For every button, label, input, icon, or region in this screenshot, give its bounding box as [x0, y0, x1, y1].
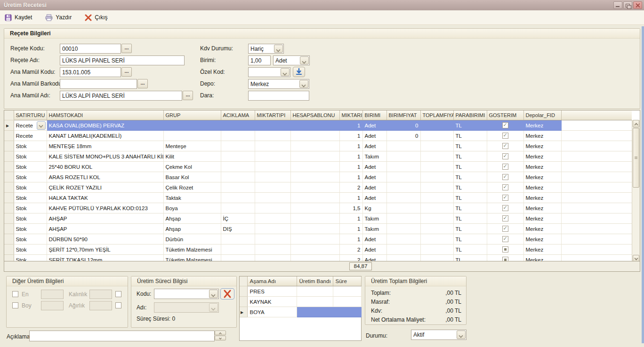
cell-miktartipi[interactable] — [255, 151, 290, 162]
cell-depolar-fid[interactable]: Merkez — [523, 244, 561, 255]
cell-sure[interactable] — [333, 307, 361, 317]
cell-hamstokadi[interactable]: ŞERİT 12*0,70mm YEŞİL — [47, 244, 163, 255]
col-header[interactable]: MIKTARTIPI — [255, 110, 290, 120]
cell-miktari[interactable]: 1 — [339, 162, 362, 172]
cell-hesapsablonu[interactable] — [290, 234, 339, 244]
cell-birimfiyat[interactable] — [386, 151, 420, 162]
cell-miktari[interactable]: 1 — [339, 224, 362, 234]
table-row[interactable]: StokHALKA TAKTAKTaktak1AdetTLMerkez — [4, 193, 632, 203]
cell-miktartipi[interactable] — [255, 193, 290, 203]
cell-miktartipi[interactable] — [255, 203, 290, 213]
cell-parabirimi[interactable]: TL — [453, 213, 487, 224]
cell-toplamfiyat[interactable] — [420, 224, 453, 234]
scrollbar-thumb[interactable] — [633, 128, 639, 188]
cell-miktari[interactable]: 1 — [339, 141, 362, 151]
cell-aciklama[interactable] — [221, 193, 255, 203]
ana-mamul-barkodu-input[interactable] — [60, 79, 137, 89]
chevron-down-icon[interactable] — [299, 80, 308, 88]
cell-hesapsablonu[interactable] — [290, 224, 339, 234]
cell-aciklama[interactable] — [221, 182, 255, 193]
gosterim-checkbox[interactable] — [502, 164, 508, 170]
cell-miktari[interactable]: 2 — [339, 244, 362, 255]
col-header[interactable]: Süre — [333, 276, 361, 286]
cell-grup[interactable]: Çelik Rozet — [163, 182, 221, 193]
cell-gosterim[interactable] — [487, 131, 523, 141]
cell-uretim-bandi[interactable] — [297, 286, 333, 297]
gosterim-checkbox[interactable] — [502, 246, 508, 252]
cell-satirturu[interactable]: Stok — [14, 162, 47, 172]
cell-satirturu[interactable]: Stok — [14, 244, 47, 255]
cell-toplamfiyat[interactable] — [420, 182, 453, 193]
cell-miktari[interactable]: 1 — [339, 120, 362, 131]
cell-gosterim[interactable] — [487, 182, 523, 193]
cell-hesapsablonu[interactable] — [290, 141, 339, 151]
col-header[interactable]: TOPLAMFIYAT — [420, 110, 453, 120]
cell-aciklama[interactable] — [221, 120, 255, 131]
vertical-scrollbar[interactable] — [632, 120, 640, 262]
cell-gosterim[interactable] — [487, 162, 523, 172]
cell-hamstokadi[interactable]: KANAT LAMBALI(KADEMELİ) — [47, 131, 163, 141]
cell-parabirimi[interactable]: TL — [453, 234, 487, 244]
cell-miktari[interactable]: 1 — [339, 213, 362, 224]
cell-hesapsablonu[interactable] — [290, 244, 339, 255]
ana-mamul-barkodu-browse-button[interactable]: ... — [137, 79, 148, 88]
col-header[interactable]: ACIKLAMA — [221, 110, 255, 120]
ana-mamul-kodu-browse-button[interactable]: ... — [121, 67, 132, 77]
cell-depolar-fid[interactable]: Merkez — [523, 234, 561, 244]
col-header[interactable]: Üretim Bandı — [297, 276, 333, 286]
cell-depolar-fid[interactable]: Merkez — [523, 151, 561, 162]
aciklama-spinner[interactable] — [215, 331, 226, 341]
col-header[interactable]: PARABIRIMI — [453, 110, 487, 120]
minimize-button[interactable] — [613, 1, 622, 9]
cell-satirturu[interactable]: Recete — [14, 120, 47, 131]
save-button[interactable]: Kaydet — [5, 14, 32, 21]
cell-miktari[interactable]: 1 — [339, 151, 362, 162]
cell-satirturu[interactable]: Stok — [14, 141, 47, 151]
cell-aciklama[interactable] — [221, 162, 255, 172]
cell-miktartipi[interactable] — [255, 213, 290, 224]
cell-toplamfiyat[interactable] — [420, 162, 453, 172]
scroll-up-icon[interactable] — [633, 120, 639, 127]
cell-hesapsablonu[interactable] — [290, 182, 339, 193]
cell-miktartipi[interactable] — [255, 172, 290, 182]
durumu-select[interactable]: Aktif — [411, 330, 467, 340]
gosterim-checkbox[interactable] — [502, 133, 508, 139]
cell-depolar-fid[interactable]: Merkez — [523, 141, 561, 151]
cell-hamstokadi[interactable]: DÜRBÜN 50*90 — [47, 234, 163, 244]
cell-sure[interactable] — [333, 297, 361, 307]
cell-gosterim[interactable] — [487, 193, 523, 203]
cell-hamstokadi[interactable]: KAHVE PÜTÜRLÜ Y.PARLAK KOD:0123 — [47, 203, 163, 213]
ozel-kod-load-button[interactable] — [293, 67, 305, 77]
cell-aciklama[interactable]: DIŞ — [221, 224, 255, 234]
recete-kodu-browse-button[interactable]: ... — [121, 44, 132, 53]
cell-satirturu[interactable]: Stok — [14, 234, 47, 244]
table-row[interactable]: StokŞERİT 12*0,70mm YEŞİLTüketim Malzeme… — [4, 244, 632, 255]
cell-aciklama[interactable] — [221, 234, 255, 244]
cell-satirturu[interactable]: Stok — [14, 213, 47, 224]
cell-satirturu[interactable]: Stok — [14, 172, 47, 182]
cell-birimi[interactable]: Adet — [362, 162, 386, 172]
cell-birimfiyat[interactable] — [386, 162, 420, 172]
cell-satirturu[interactable]: Stok — [14, 182, 47, 193]
table-row[interactable]: ▶ReceteKASA OVAL(BOMBE) PERVAZ1Adet0TLMe… — [4, 120, 632, 131]
cell-depolar-fid[interactable]: Merkez — [523, 193, 561, 203]
ana-mamul-adi-browse-button[interactable]: ... — [183, 91, 193, 100]
cell-hamstokadi[interactable]: ÇELİK ROZET YAZILI — [47, 182, 163, 193]
gosterim-checkbox[interactable] — [502, 122, 508, 128]
cell-aciklama[interactable] — [221, 172, 255, 182]
cell-grup[interactable]: Boya — [163, 203, 221, 213]
row-type-dropdown[interactable] — [37, 121, 46, 130]
cell-aciklama[interactable] — [221, 151, 255, 162]
chevron-down-icon[interactable] — [274, 45, 283, 53]
stage-row[interactable]: PRES — [240, 286, 361, 297]
cell-hesapsablonu[interactable] — [290, 120, 339, 131]
cell-asama-adi[interactable]: KAYNAK — [247, 297, 297, 307]
cell-toplamfiyat[interactable] — [420, 141, 453, 151]
cell-uretim-bandi[interactable] — [297, 297, 333, 307]
cell-hamstokadi[interactable]: HALKA TAKTAK — [47, 193, 163, 203]
cell-grup[interactable] — [163, 120, 221, 131]
cell-toplamfiyat[interactable] — [420, 244, 453, 255]
cell-miktartipi[interactable] — [255, 131, 290, 141]
aciklama-input[interactable] — [29, 331, 215, 341]
cell-depolar-fid[interactable]: Merkez — [523, 172, 561, 182]
